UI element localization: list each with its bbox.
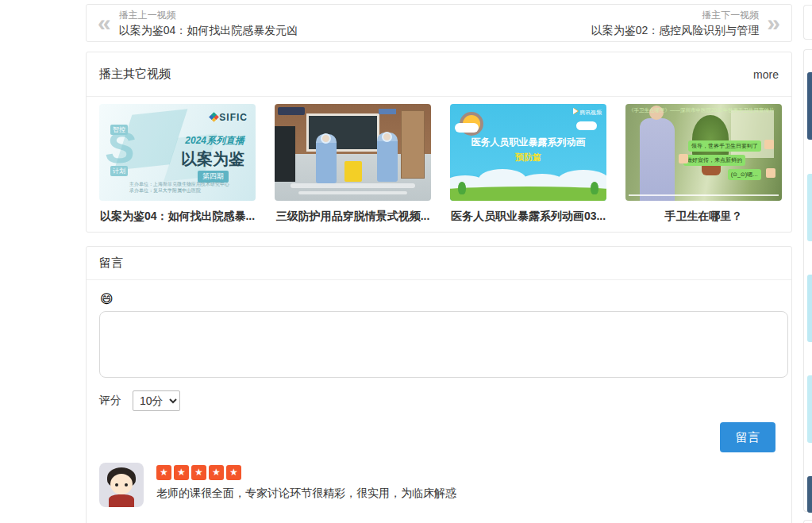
medical-waste-bin [344,161,362,182]
cloud-shape [455,123,479,133]
sidebar-card-list [803,49,812,512]
submit-comment-button[interactable]: 留言 [720,422,775,452]
rating-select[interactable]: 10分 [133,390,180,411]
chat-bubble-1: 领导，世界手卫生日要到了 [688,140,761,152]
comments-title: 留言 [99,256,123,271]
comment-text: 老师的课很全面，专家讨论环节很精彩，很实用，为临床解惑 [156,486,456,501]
commenter-avatar [99,463,144,507]
avatar-eye [115,483,118,486]
sidebar-thumb[interactable] [807,174,812,241]
thumb3-title-text: 医务人员职业暴露系列动画 [450,136,606,149]
tencent-video-logo: 腾讯视频 [573,108,602,117]
chat-avatar [679,154,688,163]
chevrons-right-icon: » [767,11,780,35]
subtitle-bar [291,183,416,188]
video-thumbnail-handwash[interactable]: 《手卫生在哪里》——深圳市中医院2022年世界手卫生日宣传片 领导，世界手卫生日… [625,104,782,201]
comments-header: 留言 [87,247,791,280]
person-right [377,133,398,182]
sidebar-thumb[interactable] [807,275,812,342]
decor-door [401,110,425,179]
subtitle-bar [298,191,408,194]
video-title[interactable]: 医务人员职业暴露系列动画03... [450,210,606,224]
chat-bubble-2: 做好宣传，来点新鲜的 [683,155,745,166]
star-icon [156,465,171,480]
thumb3-subtitle-text: 预防篇 [450,152,606,163]
other-videos-header: 播主其它视频 more [87,52,791,97]
person-left [316,134,337,183]
chat-bubble-3: (⊙_⊙)嗯… [728,169,761,180]
chat-avatar [766,168,775,178]
emoji-picker-icon[interactable]: 😄 [100,291,114,306]
cloud-shape [576,121,597,130]
person-shape [640,118,675,201]
prev-video-label: 播主上一视频 [119,9,298,22]
thumb4-topline-text: 《手卫生在哪里》——深圳市中医院2022年世界手卫生日宣传片 [629,107,779,114]
more-link[interactable]: more [753,68,779,81]
tree-shape [458,182,466,194]
star-icon [226,465,241,480]
person-head [321,133,331,144]
next-video-link[interactable]: 播主下一视频 以案为鉴02：感控风险识别与管理 » [591,9,780,38]
avatar-eye [125,483,128,486]
person-head [382,132,392,142]
hill-shape [450,187,606,201]
star-icon [174,465,189,480]
video-title[interactable]: 手卫生在哪里？ [625,210,782,224]
video-list: S 智控 计划 SIFIC 2024系列直播 以案为鉴 第四期 主办单位：上海斯… [87,97,791,224]
chat-avatar [764,140,774,149]
next-video-label: 播主下一视频 [591,9,760,22]
rating-row: 评分 10分 [99,390,779,411]
thumb1-series-text: 2024系列直播 [185,134,244,148]
video-title[interactable]: 以案为鉴04：如何找出院感暴... [99,210,256,224]
sidebar-card-bottom [803,520,812,523]
video-card-2[interactable]: 三级防护用品穿脱情景式视频... [275,104,431,224]
comments-panel: 留言 😄 评分 10分 留言 老师的课很全面，专家讨论环节很精彩，很实用，为临床… [86,246,792,523]
sific-logo-icon [209,112,219,122]
comments-body: 😄 评分 10分 留言 老师的课很全面，专家讨论环节很精彩，很实用，为临床解惑 [87,280,791,507]
plan-badge: 计划 [110,166,128,176]
comment-input[interactable] [99,311,788,378]
tree-shape [591,182,598,194]
video-title[interactable]: 三级防护用品穿脱情景式视频... [275,210,431,224]
thumb1-org-line2: 承办单位：复旦大学附属中山医院 [129,187,201,194]
decor-cabinet [275,126,295,182]
avatar-face [110,474,133,494]
decor-sign [379,109,396,114]
play-icon [573,108,578,114]
prev-video-link[interactable]: « 播主上一视频 以案为鉴04：如何找出院感暴发元凶 [98,9,298,38]
other-videos-panel: 播主其它视频 more S 智控 计划 SIFIC 2024系列直播 以案为鉴 … [86,52,792,233]
prev-video-title[interactable]: 以案为鉴04：如何找出院感暴发元凶 [119,24,298,38]
submit-row: 留言 [99,422,779,452]
sidebar-thumb[interactable] [807,375,812,443]
plan-badge: 智控 [110,125,128,135]
video-card-1[interactable]: S 智控 计划 SIFIC 2024系列直播 以案为鉴 第四期 主办单位：上海斯… [99,104,256,224]
star-rating [156,465,456,480]
comment-content: 老师的课很全面，专家讨论环节很精彩，很实用，为临床解惑 [156,463,456,507]
video-card-4[interactable]: 《手卫生在哪里》——深圳市中医院2022年世界手卫生日宣传片 领导，世界手卫生日… [625,104,782,224]
other-videos-title: 播主其它视频 [99,67,171,82]
sific-logo: SIFIC [210,112,248,123]
hospital-logo-badge [278,107,305,115]
star-icon [209,465,224,480]
video-progress-bar [629,194,779,196]
avatar-shirt [109,494,134,507]
sidebar-thumb[interactable] [807,476,812,513]
sidebar-thumb[interactable] [807,72,812,140]
sidebar-card-top [803,5,812,40]
chevrons-left-icon: « [98,11,111,35]
thumb1-main-title: 以案为鉴 [181,148,244,170]
video-thumbnail-sific[interactable]: S 智控 计划 SIFIC 2024系列直播 以案为鉴 第四期 主办单位：上海斯… [99,104,256,201]
video-thumbnail-cartoon[interactable]: 腾讯视频 医务人员职业暴露系列动画 预防篇 [450,104,606,201]
star-icon [191,465,206,480]
video-thumbnail-ppe[interactable] [275,104,431,201]
video-prev-next-bar: « 播主上一视频 以案为鉴04：如何找出院感暴发元凶 播主下一视频 以案为鉴02… [86,4,792,42]
next-video-title[interactable]: 以案为鉴02：感控风险识别与管理 [591,24,760,38]
comment-entry: 老师的课很全面，专家讨论环节很精彩，很实用，为临床解惑 [99,463,779,507]
right-sidebar-sliver [803,0,812,523]
rating-label: 评分 [99,394,121,408]
video-card-3[interactable]: 腾讯视频 医务人员职业暴露系列动画 预防篇 医务人员职业暴露系列动画03... [450,104,606,224]
